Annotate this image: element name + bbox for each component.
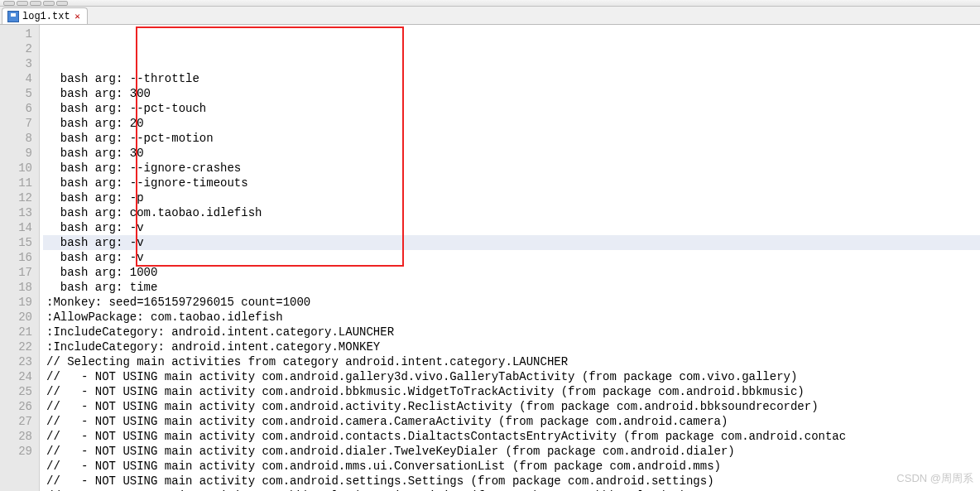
code-line[interactable]: bash arg: --pct-motion (43, 131, 980, 146)
line-number: 17 (0, 265, 32, 280)
line-number: 2 (0, 41, 32, 56)
line-number: 12 (0, 190, 32, 205)
code-line[interactable]: bash arg: -p (43, 190, 980, 205)
code-line[interactable]: // - NOT USING main activity com.android… (43, 429, 980, 444)
code-line[interactable]: bash arg: --ignore-crashes (43, 161, 980, 176)
code-line[interactable]: bash arg: -v (43, 220, 980, 235)
code-line[interactable]: bash arg: time (43, 280, 980, 295)
line-number: 3 (0, 56, 32, 71)
save-icon (7, 11, 19, 22)
code-line[interactable]: // Selecting main activities from catego… (43, 354, 980, 369)
line-number: 8 (0, 131, 32, 146)
toolbar-icon[interactable] (3, 1, 15, 6)
line-number: 23 (0, 354, 32, 369)
code-line[interactable]: bash arg: --throttle (43, 71, 980, 86)
line-number: 18 (0, 280, 32, 295)
line-number: 5 (0, 86, 32, 101)
line-number: 6 (0, 101, 32, 116)
toolbar (0, 0, 980, 7)
code-line[interactable]: // - NOT USING main activity com.android… (43, 384, 980, 399)
line-number: 28 (0, 429, 32, 444)
tab-bar: log1.txt ✕ (0, 7, 980, 25)
toolbar-icon[interactable] (30, 1, 41, 6)
line-gutter: 1234567891011121314151617181920212223242… (0, 25, 40, 491)
code-line[interactable]: // - NOT USING main activity com.android… (43, 369, 980, 384)
line-number: 13 (0, 205, 32, 220)
line-number: 24 (0, 369, 32, 384)
tab-filename: log1.txt (22, 11, 70, 22)
code-line[interactable]: bash arg: -v (43, 250, 980, 265)
code-line[interactable]: bash arg: 20 (43, 116, 980, 131)
line-number: 4 (0, 71, 32, 86)
code-line[interactable]: bash arg: --pct-touch (43, 101, 980, 116)
line-number: 15 (0, 235, 32, 250)
line-number: 25 (0, 384, 32, 399)
line-number: 26 (0, 399, 32, 414)
tab-file[interactable]: log1.txt ✕ (2, 7, 88, 24)
code-line[interactable]: bash arg: --ignore-timeouts (43, 176, 980, 190)
line-number: 9 (0, 146, 32, 161)
line-number: 7 (0, 116, 32, 131)
line-number: 10 (0, 161, 32, 176)
code-line[interactable]: // - NOT USING main activity com.android… (43, 459, 980, 474)
code-content[interactable]: bash arg: --throttle bash arg: 300 bash … (40, 25, 980, 491)
code-line[interactable]: // - NOT USING main activity com.android… (43, 444, 980, 459)
editor-area[interactable]: 1234567891011121314151617181920212223242… (0, 25, 980, 491)
code-line[interactable]: // - NOT USING main activity com.android… (43, 414, 980, 429)
code-line[interactable]: // - NOT USING main activity com.android… (43, 399, 980, 414)
line-number: 21 (0, 325, 32, 339)
line-number: 27 (0, 414, 32, 429)
line-number: 14 (0, 220, 32, 235)
code-line[interactable]: :IncludeCategory: android.intent.categor… (43, 339, 980, 354)
line-number: 22 (0, 339, 32, 354)
line-number: 11 (0, 176, 32, 190)
line-number: 1 (0, 26, 32, 41)
line-number: 20 (0, 310, 32, 325)
line-number: 19 (0, 295, 32, 310)
line-number: 29 (0, 444, 32, 459)
toolbar-icon[interactable] (56, 1, 68, 6)
code-line[interactable]: :IncludeCategory: android.intent.categor… (43, 325, 980, 339)
close-icon[interactable]: ✕ (74, 12, 82, 21)
code-line[interactable]: :Monkey: seed=1651597296015 count=1000 (43, 295, 980, 310)
toolbar-icon[interactable] (17, 1, 28, 6)
code-line[interactable]: bash arg: 300 (43, 86, 980, 101)
line-number: 16 (0, 250, 32, 265)
code-line[interactable]: :AllowPackage: com.taobao.idlefish (43, 310, 980, 325)
code-line[interactable]: bash arg: 30 (43, 146, 980, 161)
code-line[interactable]: // - NOT USING main activity com.android… (43, 474, 980, 489)
toolbar-icon[interactable] (43, 1, 55, 6)
code-line[interactable]: bash arg: -v (43, 235, 980, 250)
code-line[interactable]: bash arg: com.taobao.idlefish (43, 205, 980, 220)
code-line[interactable]: bash arg: 1000 (43, 265, 980, 280)
